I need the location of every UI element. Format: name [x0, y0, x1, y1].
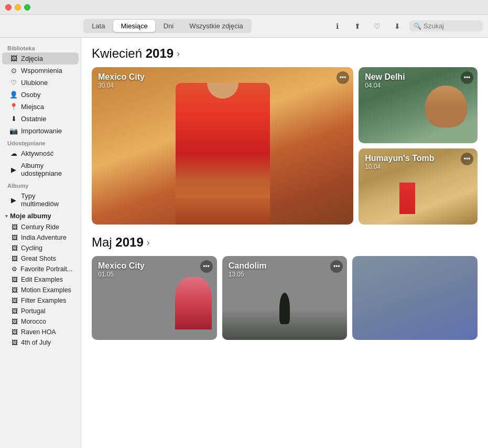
sidebar-item-label: Osoby	[21, 91, 41, 99]
fullscreen-button[interactable]	[24, 4, 30, 10]
may-photo-grid: Mexico City 01.05 ••• Candolim 13.05 •••	[92, 256, 478, 340]
sidebar-item-raven-hoa[interactable]: 🖼 Raven HOA	[0, 327, 81, 337]
search-input[interactable]	[424, 22, 479, 30]
title-bar	[0, 0, 488, 15]
new-delhi-place: New Delhi	[365, 72, 405, 82]
search-icon: 🔍	[414, 23, 421, 30]
humayun-more-button[interactable]: •••	[461, 153, 473, 165]
mexico-city-may-label: Mexico City 01.05	[98, 261, 145, 278]
april-section-arrow[interactable]: ›	[177, 48, 180, 59]
tab-lata[interactable]: Lata	[84, 20, 112, 32]
candolim-photo[interactable]: Candolim 13.05 •••	[222, 256, 348, 340]
sidebar-item-morocco[interactable]: 🖼 Morocco	[0, 316, 81, 327]
humayun-date: 10.04	[365, 163, 434, 170]
album-icon: 🖼	[12, 255, 18, 262]
sidebar-item-edit-examples[interactable]: 🖼 Edit Examples	[0, 274, 81, 285]
album-icon: 🖼	[12, 318, 18, 325]
traffic-lights	[5, 4, 30, 10]
import-icon: 📷	[9, 127, 18, 135]
new-delhi-more-button[interactable]: •••	[461, 71, 473, 84]
sidebar-item-wspomnienia[interactable]: ⊙ Wspomnienia	[2, 65, 79, 77]
info-button[interactable]: ℹ	[330, 18, 345, 34]
may-section-header: Maj 2019 ›	[92, 235, 478, 250]
third-may-photo[interactable]	[352, 256, 478, 340]
new-delhi-label: New Delhi 04.04	[365, 72, 405, 89]
minimize-button[interactable]	[15, 4, 21, 10]
person-silhouette	[279, 293, 290, 324]
album-label: Filter Examples	[21, 297, 66, 304]
sidebar-item-ostatnie[interactable]: ⬇ Ostatnie	[2, 113, 79, 125]
album-label: Edit Examples	[21, 276, 63, 283]
recent-icon: ⬇	[9, 115, 18, 123]
album-label: Raven HOA	[21, 328, 56, 336]
toolbar-right: ℹ ⬆ ♡ ⬇ 🔍	[330, 18, 483, 34]
share-button[interactable]: ⬆	[350, 18, 365, 34]
my-albums-toggle[interactable]: ▾ Moje albumy	[0, 210, 81, 222]
album-icon: 🖼	[12, 286, 18, 294]
toolbar-center: Lata Miesiące Dni Wszystkie zdjęcia	[83, 19, 252, 33]
photos-icon: 🖼	[9, 55, 18, 62]
cloud-icon: ☁	[9, 150, 18, 157]
album-label: Great Shots	[21, 255, 56, 262]
album-icon: 🖼	[12, 244, 18, 252]
sidebar-item-cycling[interactable]: 🖼 Cycling	[0, 243, 81, 253]
album-icon: 🖼	[12, 307, 18, 315]
sidebar-item-great-shots[interactable]: 🖼 Great Shots	[0, 253, 81, 264]
sidebar-item-favorite-portraits[interactable]: ⚙ Favorite Portrait...	[0, 264, 81, 274]
silhouette-area	[272, 293, 298, 329]
mexico-city-may-more-button[interactable]: •••	[200, 260, 213, 273]
album-icon: 🖼	[12, 328, 18, 336]
sidebar-item-filter-examples[interactable]: 🖼 Filter Examples	[0, 295, 81, 306]
album-label: Century Ride	[21, 223, 59, 231]
sidebar-item-label: Ostatnie	[21, 115, 46, 123]
album-icon: 🖼	[12, 234, 18, 241]
sidebar-item-importowanie[interactable]: 📷 Importowanie	[2, 125, 79, 137]
sidebar-item-osoby[interactable]: 👤 Osoby	[2, 89, 79, 101]
sidebar: Biblioteka 🖼 Zdjęcia ⊙ Wspomnienia ♡ Ulu…	[0, 38, 81, 448]
candolim-place: Candolim	[229, 261, 267, 271]
sidebar-item-label: Zdjęcia	[21, 55, 43, 62]
sidebar-item-motion-examples[interactable]: 🖼 Motion Examples	[0, 285, 81, 295]
may-section-arrow[interactable]: ›	[147, 237, 150, 248]
april-photo-grid: Mexico City 30.04 ••• New Delhi	[92, 67, 478, 225]
album-label: Favorite Portrait...	[20, 265, 72, 273]
sidebar-item-label: Miejsca	[21, 103, 44, 111]
tab-wszystkie[interactable]: Wszystkie zdjęcia	[182, 20, 251, 32]
new-delhi-photo[interactable]: New Delhi 04.04 •••	[359, 67, 478, 143]
sidebar-item-century-ride[interactable]: 🖼 Century Ride	[0, 222, 81, 232]
sidebar-item-albumy-udostepniane[interactable]: ▶ Albumy udostępniane	[2, 159, 79, 179]
side-photos: New Delhi 04.04 ••• Humayun's Tomb 10.04	[359, 67, 478, 225]
bottom-dress	[176, 198, 270, 225]
import-button[interactable]: ⬇	[389, 18, 405, 34]
sidebar-item-india-adventure[interactable]: 🖼 India Adventure	[0, 232, 81, 243]
mexico-city-apr-photo[interactable]: Mexico City 30.04 •••	[92, 67, 353, 225]
favorites-icon: ♡	[9, 79, 18, 87]
person-dress	[399, 183, 415, 214]
album-label: 4th of July	[21, 339, 51, 346]
close-button[interactable]	[5, 4, 12, 10]
mexico-city-may-place: Mexico City	[98, 261, 145, 271]
candolim-more-button[interactable]: •••	[330, 260, 343, 273]
sidebar-item-label: Aktywność	[21, 150, 53, 157]
memories-icon: ⊙	[9, 67, 18, 74]
sidebar-item-aktywnosc[interactable]: ☁ Aktywność	[2, 147, 79, 159]
mexico-city-may-photo[interactable]: Mexico City 01.05 •••	[92, 256, 217, 340]
sidebar-item-portugal[interactable]: 🖼 Portugal	[0, 306, 81, 316]
tab-dni[interactable]: Dni	[156, 20, 181, 32]
sidebar-item-miejsca[interactable]: 📍 Miejsca	[2, 101, 79, 113]
favorite-button[interactable]: ♡	[370, 18, 385, 34]
sidebar-item-zdjecia[interactable]: 🖼 Zdjęcia	[2, 52, 79, 65]
face-area	[425, 86, 467, 138]
media-types-icon: ▶	[9, 196, 18, 204]
tab-miesiace[interactable]: Miesiące	[113, 20, 155, 32]
main-layout: Biblioteka 🖼 Zdjęcia ⊙ Wspomnienia ♡ Ulu…	[0, 38, 488, 448]
album-icon: 🖼	[12, 297, 18, 304]
search-box[interactable]: 🔍	[409, 20, 483, 31]
album-label: Motion Examples	[21, 286, 71, 294]
sidebar-item-ulubione[interactable]: ♡ Ulubione	[2, 77, 79, 89]
sidebar-item-typy-multimediow[interactable]: ▶ Typy multimediów	[2, 190, 79, 210]
humayun-photo[interactable]: Humayun's Tomb 10.04 •••	[359, 148, 478, 225]
sidebar-item-4th-of-july[interactable]: 🖼 4th of July	[0, 337, 81, 348]
new-delhi-date: 04.04	[365, 82, 405, 89]
april-section-header: Kwiecień 2019 ›	[92, 46, 478, 61]
